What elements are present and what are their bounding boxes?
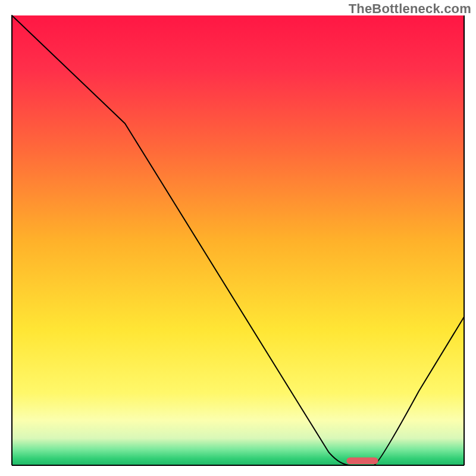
- bottleneck-chart: [0, 0, 476, 476]
- watermark-text: TheBottleneck.com: [349, 1, 471, 17]
- plot-background: [12, 15, 464, 465]
- optimum-marker: [346, 458, 378, 464]
